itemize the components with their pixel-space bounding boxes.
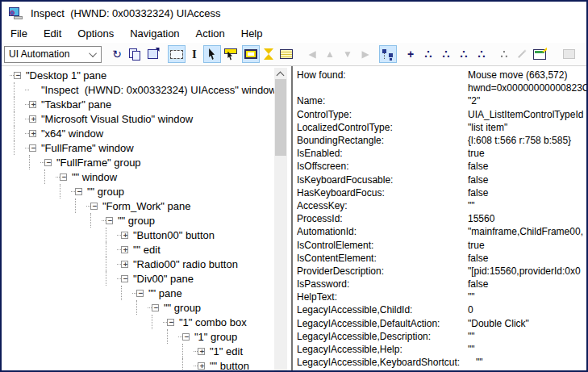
expander-icon[interactable]	[152, 304, 159, 311]
pane-splitter[interactable]	[287, 66, 293, 370]
tree-vertical-scrollbar[interactable]	[274, 68, 287, 370]
property-row[interactable]: IsEnabled: true	[297, 147, 586, 160]
tree-item[interactable]: "1" group	[2, 329, 274, 344]
clipped-edge-icon[interactable]	[560, 45, 578, 63]
expander-icon[interactable]	[14, 72, 21, 79]
nav-up-icon[interactable]: ▲	[321, 45, 339, 63]
tree-item[interactable]: "Inspect (HWND: 0x00332324) UIAccess" wi…	[2, 82, 274, 97]
tree-item[interactable]: "FullFrame" window	[2, 140, 274, 155]
tree-item[interactable]: "Microsoft Visual Studio" window	[2, 111, 274, 126]
property-row[interactable]: LegacyIAccessible,Description: ""	[297, 330, 586, 343]
tree-item[interactable]: "" pane	[2, 286, 274, 300]
cursor-arrow-icon[interactable]	[203, 45, 221, 63]
property-row[interactable]: HasKeyboardFocus: false	[297, 186, 586, 199]
property-row[interactable]: LegacyIAccessible,ChildId: 0	[297, 303, 586, 316]
text-caret-icon[interactable]: I	[186, 45, 203, 63]
expander-icon[interactable]	[121, 246, 128, 253]
tree-item[interactable]: "1" edit	[2, 344, 274, 358]
tree-item[interactable]: "1" combo box	[2, 315, 274, 329]
property-row[interactable]: How found: Mouse move (663,572)	[297, 69, 586, 82]
tree-item[interactable]: "" window	[2, 169, 274, 184]
expander-icon[interactable]	[60, 173, 67, 181]
nav-previous-icon[interactable]: ◀	[303, 45, 321, 63]
tree-item[interactable]: "x64" window	[2, 126, 274, 140]
tree-view-icon[interactable]	[379, 45, 397, 63]
properties-icon[interactable]	[144, 45, 161, 63]
property-row[interactable]: LegacyIAccessible,Name: "2"	[297, 369, 586, 370]
ancestry-nodes-icon-3[interactable]: ∴	[455, 45, 473, 63]
selection-rectangle-icon[interactable]	[168, 45, 186, 63]
tree-item[interactable]: "Form_Work" pane	[2, 199, 274, 213]
property-row[interactable]: hwnd=0x00000000000823C4	[297, 82, 586, 94]
property-row[interactable]: AutomationId: "mainframe,ChildFrame00,	[297, 225, 586, 238]
expander-icon[interactable]	[167, 319, 174, 326]
expander-icon[interactable]	[198, 348, 205, 355]
property-row[interactable]: BoundingRectangle: {l:608 t:566 r:758 b:…	[297, 134, 586, 147]
property-row[interactable]: LocalizedControlType: "list item"	[297, 121, 586, 134]
property-row[interactable]: ControlType: UIA_ListItemControlTypeId	[297, 108, 586, 121]
menu-item[interactable]: Edit	[35, 25, 69, 42]
expander-icon[interactable]	[29, 144, 36, 152]
nav-down-icon[interactable]: ▼	[339, 45, 357, 63]
menu-item[interactable]: Help	[233, 25, 271, 42]
expander-icon[interactable]	[75, 188, 82, 195]
property-row[interactable]: ProviderDescription: "[pid:15560,provide…	[297, 265, 586, 278]
property-row[interactable]: Name: "2"	[297, 94, 586, 107]
tree-item[interactable]: "Desktop 1" pane	[2, 68, 274, 82]
hourglass-icon[interactable]	[260, 45, 277, 63]
tree-item[interactable]: "" group	[2, 213, 274, 228]
tree-item[interactable]: "" group	[2, 300, 274, 315]
action-list-icon[interactable]	[531, 45, 548, 63]
nav-next-icon[interactable]: ▶	[357, 45, 374, 63]
tree-item[interactable]: "Button00" button	[2, 228, 274, 242]
expander-icon[interactable]	[182, 333, 190, 341]
property-row[interactable]: LegacyIAccessible,DefaultAction: "Double…	[297, 317, 586, 330]
property-row[interactable]: LegacyIAccessible,KeyboardShortcut: ""	[297, 356, 586, 369]
tree-item[interactable]: "FullFrame" group	[2, 155, 274, 169]
expander-icon[interactable]	[29, 115, 36, 123]
tree-item[interactable]: "Taskbar" pane	[2, 97, 274, 111]
menu-item[interactable]: Options	[69, 25, 122, 42]
expander-icon[interactable]	[106, 217, 113, 224]
expander-icon[interactable]	[44, 159, 52, 166]
expander-icon[interactable]	[29, 101, 36, 108]
detail-box-icon[interactable]	[277, 45, 295, 63]
scroll-up-icon[interactable]	[277, 71, 283, 77]
refresh-icon[interactable]: ↻	[108, 45, 126, 63]
expander-icon[interactable]	[121, 275, 128, 282]
property-row[interactable]: LegacyIAccessible,Help: ""	[297, 343, 586, 356]
property-row[interactable]: IsContentElement: false	[297, 252, 586, 265]
scrollbar-thumb[interactable]	[275, 79, 286, 156]
tree-item[interactable]: "" button	[2, 358, 274, 370]
copy-icon[interactable]	[126, 45, 144, 63]
menu-item[interactable]: Action	[188, 25, 233, 42]
property-row[interactable]: IsKeyboardFocusable: false	[297, 173, 586, 186]
expander-icon[interactable]	[121, 261, 128, 268]
mode-selector-combobox[interactable]: UI Automation	[4, 46, 102, 63]
cursor-menu-icon[interactable]	[221, 45, 239, 63]
expander-icon[interactable]	[136, 290, 144, 297]
property-row[interactable]: IsOffscreen: false	[297, 160, 586, 173]
ancestry-nodes-icon-1[interactable]: ∴	[419, 45, 437, 63]
wand-icon[interactable]	[513, 45, 531, 63]
property-row[interactable]: IsPassword: false	[297, 278, 586, 290]
tree-item[interactable]: "Div00" pane	[2, 271, 274, 286]
ancestry-nodes-icon-4[interactable]: ∴	[473, 45, 490, 63]
property-row[interactable]: AccessKey: ""	[297, 199, 586, 212]
expander-icon[interactable]	[90, 203, 98, 210]
tree-item[interactable]: "Radio00" radio button	[2, 257, 274, 271]
menu-item[interactable]: File	[2, 25, 35, 42]
ancestry-nodes-icon-2[interactable]: ∴	[437, 45, 455, 63]
expander-icon[interactable]	[121, 232, 128, 239]
highlight-rectangle-icon[interactable]	[242, 45, 260, 63]
focus-element-icon[interactable]: +	[402, 45, 419, 63]
property-row[interactable]: HelpText: ""	[297, 290, 586, 303]
expander-icon[interactable]	[198, 362, 205, 370]
ancestry-nodes-disabled-icon[interactable]: ∴	[495, 45, 513, 63]
tree-item[interactable]: "" group	[2, 184, 274, 199]
property-row[interactable]: ProcessId: 15560	[297, 212, 586, 225]
property-row[interactable]: IsControlElement: true	[297, 238, 586, 251]
expander-icon[interactable]	[29, 130, 36, 137]
menu-item[interactable]: Navigation	[122, 25, 187, 42]
tree-item[interactable]: "" edit	[2, 242, 274, 257]
